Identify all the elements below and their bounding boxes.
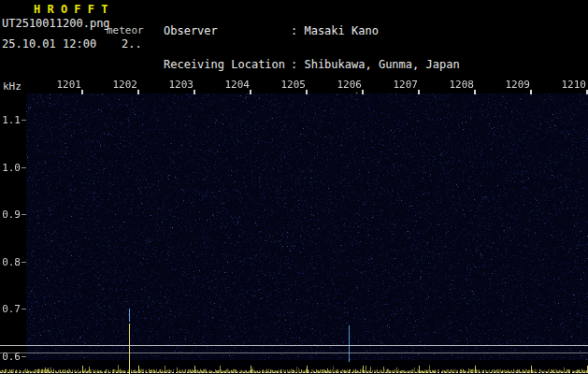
count-indicator: 2..	[122, 37, 142, 50]
info-label-observer: Observer	[164, 25, 291, 36]
y-tick-label: 1.1	[0, 114, 21, 126]
y-tick-label: 0.9	[0, 209, 21, 221]
y-tick-label: 0.8	[0, 256, 21, 268]
output-filename: UT2510011200.png	[2, 17, 110, 30]
info-value-location: : Shibukawa, Gunma, Japan	[291, 58, 460, 71]
x-tick-label: 1210	[556, 79, 586, 91]
y-tick-label: 0.7	[0, 303, 21, 315]
observation-datetime: 25.10.01 12:00	[2, 37, 96, 50]
y-axis-unit-label: kHz	[3, 80, 22, 93]
hrofft-screen: H R O F F T UT2510011200.png meteor 25.1…	[0, 0, 588, 374]
x-tick-label: 1202	[108, 79, 137, 91]
spectrogram-canvas	[26, 94, 588, 360]
app-title: H R O F F T	[34, 3, 108, 16]
info-value-observer: : Masaki Kano	[291, 24, 379, 37]
signal-level-strip-canvas	[0, 360, 588, 374]
info-row-location: Receiving Location: Shibukawa, Gunma, Ja…	[164, 59, 513, 70]
info-row-observer: Observer: Masaki Kano	[164, 25, 513, 36]
y-tick-label: 1.0	[0, 162, 21, 174]
meteor-label: meteor	[107, 24, 144, 36]
x-tick-label: 1201	[51, 79, 81, 91]
info-label-location: Receiving Location	[164, 59, 291, 70]
